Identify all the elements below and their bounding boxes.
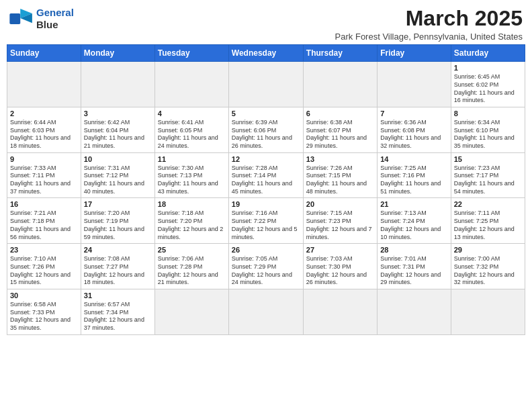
- calendar-cell: 11Sunrise: 7:30 AMSunset: 7:13 PMDayligh…: [154, 152, 228, 198]
- calendar-cell: [81, 62, 154, 107]
- cell-sun-info: Sunrise: 7:06 AMSunset: 7:28 PMDaylight:…: [158, 255, 226, 287]
- day-number: 13: [306, 155, 374, 163]
- day-number: 21: [380, 200, 447, 208]
- calendar-cell: [154, 62, 228, 107]
- calendar-cell: 7Sunrise: 6:36 AMSunset: 6:08 PMDaylight…: [378, 107, 451, 152]
- cell-sun-info: Sunrise: 7:18 AMSunset: 7:20 PMDaylight:…: [158, 210, 226, 241]
- calendar-cell: 3Sunrise: 6:42 AMSunset: 6:04 PMDaylight…: [81, 107, 154, 152]
- cell-sun-info: Sunrise: 7:03 AMSunset: 7:30 PMDaylight:…: [306, 255, 374, 287]
- day-number: 14: [380, 155, 447, 163]
- cell-sun-info: Sunrise: 6:44 AMSunset: 6:03 PMDaylight:…: [10, 119, 78, 150]
- cell-sun-info: Sunrise: 6:42 AMSunset: 6:04 PMDaylight:…: [84, 119, 152, 150]
- calendar-cell: 16Sunrise: 7:21 AMSunset: 7:18 PMDayligh…: [7, 198, 81, 244]
- day-number: 26: [232, 246, 300, 254]
- cell-sun-info: Sunrise: 7:25 AMSunset: 7:16 PMDaylight:…: [380, 165, 447, 196]
- day-number: 29: [454, 246, 522, 254]
- calendar-cell: 8Sunrise: 6:34 AMSunset: 6:10 PMDaylight…: [451, 107, 525, 152]
- day-number: 1: [454, 64, 522, 72]
- day-number: 7: [380, 109, 447, 118]
- day-number: 31: [84, 291, 152, 300]
- day-number: 10: [84, 155, 152, 163]
- calendar-cell: [378, 289, 451, 334]
- calendar-cell: [228, 62, 303, 107]
- calendar-cell: 23Sunrise: 7:10 AMSunset: 7:26 PMDayligh…: [7, 244, 81, 289]
- calendar-cell: 4Sunrise: 6:41 AMSunset: 6:05 PMDaylight…: [154, 107, 228, 152]
- calendar-cell: 30Sunrise: 6:58 AMSunset: 7:33 PMDayligh…: [7, 289, 81, 334]
- logo-text: General Blue: [36, 7, 74, 31]
- day-number: 22: [454, 200, 522, 208]
- calendar-header-tuesday: Tuesday: [154, 45, 228, 62]
- svg-rect-0: [9, 13, 20, 24]
- calendar-cell: 28Sunrise: 7:01 AMSunset: 7:31 PMDayligh…: [378, 244, 451, 289]
- cell-sun-info: Sunrise: 7:33 AMSunset: 7:11 PMDaylight:…: [10, 165, 78, 196]
- cell-sun-info: Sunrise: 6:34 AMSunset: 6:10 PMDaylight:…: [454, 119, 522, 150]
- calendar-cell: 24Sunrise: 7:08 AMSunset: 7:27 PMDayligh…: [81, 244, 154, 289]
- day-number: 6: [306, 109, 374, 118]
- calendar-cell: [303, 289, 377, 334]
- cell-sun-info: Sunrise: 6:38 AMSunset: 6:07 PMDaylight:…: [306, 119, 374, 150]
- calendar-header-row: SundayMondayTuesdayWednesdayThursdayFrid…: [7, 45, 525, 62]
- calendar-cell: 15Sunrise: 7:23 AMSunset: 7:17 PMDayligh…: [451, 152, 525, 198]
- day-number: 5: [232, 109, 300, 118]
- cell-sun-info: Sunrise: 7:21 AMSunset: 7:18 PMDaylight:…: [10, 210, 78, 241]
- calendar-week-row: 2Sunrise: 6:44 AMSunset: 6:03 PMDaylight…: [7, 107, 525, 152]
- cell-sun-info: Sunrise: 6:39 AMSunset: 6:06 PMDaylight:…: [232, 119, 300, 150]
- calendar-cell: 19Sunrise: 7:16 AMSunset: 7:22 PMDayligh…: [228, 198, 303, 244]
- cell-sun-info: Sunrise: 6:58 AMSunset: 7:33 PMDaylight:…: [10, 301, 78, 332]
- cell-sun-info: Sunrise: 7:08 AMSunset: 7:27 PMDaylight:…: [84, 255, 152, 287]
- calendar-cell: 6Sunrise: 6:38 AMSunset: 6:07 PMDaylight…: [303, 107, 377, 152]
- calendar-table: SundayMondayTuesdayWednesdayThursdayFrid…: [7, 44, 525, 335]
- day-number: 12: [232, 155, 300, 163]
- cell-sun-info: Sunrise: 7:05 AMSunset: 7:29 PMDaylight:…: [232, 255, 300, 287]
- cell-sun-info: Sunrise: 7:26 AMSunset: 7:15 PMDaylight:…: [306, 165, 374, 196]
- calendar-header-monday: Monday: [81, 45, 154, 62]
- calendar-cell: 2Sunrise: 6:44 AMSunset: 6:03 PMDaylight…: [7, 107, 81, 152]
- calendar-cell: 5Sunrise: 6:39 AMSunset: 6:06 PMDaylight…: [228, 107, 303, 152]
- calendar-cell: 14Sunrise: 7:25 AMSunset: 7:16 PMDayligh…: [378, 152, 451, 198]
- calendar-cell: 21Sunrise: 7:13 AMSunset: 7:24 PMDayligh…: [378, 198, 451, 244]
- calendar-cell: 27Sunrise: 7:03 AMSunset: 7:30 PMDayligh…: [303, 244, 377, 289]
- calendar-header-wednesday: Wednesday: [228, 45, 303, 62]
- calendar-cell: 26Sunrise: 7:05 AMSunset: 7:29 PMDayligh…: [228, 244, 303, 289]
- calendar-cell: [303, 62, 377, 107]
- calendar-cell: [7, 62, 81, 107]
- day-number: 2: [10, 109, 78, 118]
- cell-sun-info: Sunrise: 7:28 AMSunset: 7:14 PMDaylight:…: [232, 165, 300, 196]
- calendar-cell: 9Sunrise: 7:33 AMSunset: 7:11 PMDaylight…: [7, 152, 81, 198]
- day-number: 19: [232, 200, 300, 208]
- page-header: General Blue March 2025 Park Forest Vill…: [7, 7, 525, 42]
- cell-sun-info: Sunrise: 7:13 AMSunset: 7:24 PMDaylight:…: [380, 210, 447, 241]
- cell-sun-info: Sunrise: 7:11 AMSunset: 7:25 PMDaylight:…: [454, 210, 522, 241]
- cell-sun-info: Sunrise: 6:45 AMSunset: 6:02 PMDaylight:…: [454, 73, 522, 105]
- cell-sun-info: Sunrise: 6:57 AMSunset: 7:34 PMDaylight:…: [84, 301, 152, 332]
- cell-sun-info: Sunrise: 7:16 AMSunset: 7:22 PMDaylight:…: [232, 210, 300, 241]
- logo: General Blue: [9, 7, 74, 31]
- day-number: 28: [380, 246, 447, 254]
- location: Park Forest Village, Pennsylvania, Unite…: [335, 32, 523, 42]
- calendar-cell: 10Sunrise: 7:31 AMSunset: 7:12 PMDayligh…: [81, 152, 154, 198]
- day-number: 17: [84, 200, 152, 208]
- calendar-cell: 22Sunrise: 7:11 AMSunset: 7:25 PMDayligh…: [451, 198, 525, 244]
- calendar-header-thursday: Thursday: [303, 45, 377, 62]
- day-number: 20: [306, 200, 374, 208]
- calendar-cell: 31Sunrise: 6:57 AMSunset: 7:34 PMDayligh…: [81, 289, 154, 334]
- day-number: 27: [306, 246, 374, 254]
- cell-sun-info: Sunrise: 7:10 AMSunset: 7:26 PMDaylight:…: [10, 255, 78, 287]
- calendar-cell: [378, 62, 451, 107]
- calendar-cell: 17Sunrise: 7:20 AMSunset: 7:19 PMDayligh…: [81, 198, 154, 244]
- calendar-cell: 29Sunrise: 7:00 AMSunset: 7:32 PMDayligh…: [451, 244, 525, 289]
- month-title: March 2025: [335, 7, 523, 30]
- day-number: 4: [158, 109, 226, 118]
- calendar-week-row: 1Sunrise: 6:45 AMSunset: 6:02 PMDaylight…: [7, 62, 525, 107]
- calendar-cell: 18Sunrise: 7:18 AMSunset: 7:20 PMDayligh…: [154, 198, 228, 244]
- day-number: 16: [10, 200, 78, 208]
- calendar-week-row: 16Sunrise: 7:21 AMSunset: 7:18 PMDayligh…: [7, 198, 525, 244]
- cell-sun-info: Sunrise: 7:01 AMSunset: 7:31 PMDaylight:…: [380, 255, 447, 287]
- calendar-cell: [228, 289, 303, 334]
- day-number: 9: [10, 155, 78, 163]
- day-number: 23: [10, 246, 78, 254]
- day-number: 30: [10, 291, 78, 300]
- cell-sun-info: Sunrise: 7:23 AMSunset: 7:17 PMDaylight:…: [454, 165, 522, 196]
- calendar-cell: [451, 289, 525, 334]
- calendar-cell: 12Sunrise: 7:28 AMSunset: 7:14 PMDayligh…: [228, 152, 303, 198]
